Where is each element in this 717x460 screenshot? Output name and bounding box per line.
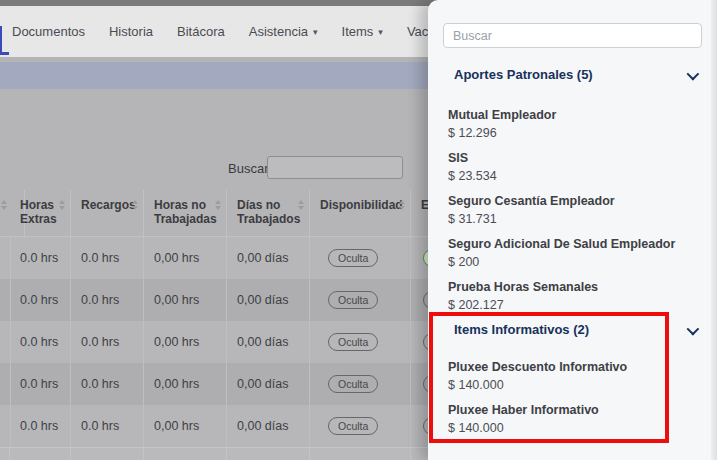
list-item[interactable]: Prueba Horas Semanales $ 202.127 [443, 278, 702, 314]
item-value: $ 140.000 [448, 419, 702, 437]
item-value: $ 140.000 [448, 376, 702, 394]
cell-horas-extras: 0.0 hrs [10, 321, 71, 363]
items-informativos-list: Pluxee Descuento Informativo $ 140.000 P… [443, 358, 702, 437]
cell-horas-extras: 0.0 hrs [10, 279, 71, 321]
list-item[interactable]: SIS $ 23.534 [443, 149, 702, 185]
panel-scrollbar-track[interactable] [711, 0, 717, 460]
section-header-aportes-patronales[interactable]: Aportes Patronales (5) [443, 66, 702, 84]
cell-horas-no-trabajadas: 0,00 hrs [144, 405, 227, 447]
column-header-dias-no-trabajados[interactable]: Días no Trabajados [227, 190, 310, 236]
cell-disponibilidad: Oculta [310, 279, 411, 321]
cell-disponibilidad: Oculta [310, 363, 411, 405]
sort-icon[interactable] [297, 200, 305, 210]
cell-horas-extras: 0.0 hrs [10, 237, 71, 279]
cell-dias-no-trabajados: 0,00 días [227, 237, 310, 279]
dropdown-caret-icon: ▾ [378, 27, 383, 37]
sort-icon[interactable] [58, 200, 66, 210]
item-value: $ 200 [448, 253, 702, 271]
item-value: $ 31.731 [448, 210, 702, 228]
cell-recargos: 0.0 hrs [71, 279, 144, 321]
disponibilidad-badge: Oculta [328, 417, 378, 435]
cell-horas-extras: 0.0 hrs [10, 363, 71, 405]
cell-recargos: 0.0 hrs [71, 321, 144, 363]
sort-icon[interactable] [214, 200, 222, 210]
list-item[interactable]: Seguro Adicional De Salud Empleador $ 20… [443, 235, 702, 271]
app-window: Documentos Historia Bitácora Asistencia▾… [0, 0, 717, 460]
active-tab-indicator [0, 26, 2, 54]
table-search-input[interactable] [267, 156, 403, 179]
item-name: Pluxee Descuento Informativo [448, 358, 702, 376]
item-value: $ 12.296 [448, 124, 702, 142]
list-item[interactable]: Pluxee Haber Informativo $ 140.000 [443, 401, 702, 437]
cell-recargos: 0.0 hrs [71, 363, 144, 405]
item-name: Prueba Horas Semanales [448, 278, 702, 296]
cell-recargos: 0.0 hrs [71, 237, 144, 279]
column-header-horas-no-trabajadas[interactable]: Horas no Trabajadas [144, 190, 227, 236]
section-header-items-informativos[interactable]: Items Informativos (2) [443, 321, 702, 339]
disponibilidad-badge: Oculta [328, 249, 378, 267]
item-name: SIS [448, 149, 702, 167]
active-tab-underline [0, 52, 9, 55]
table-search-label: Buscar: [228, 161, 272, 176]
items-side-panel: Aportes Patronales (5) Mutual Empleador … [428, 0, 717, 460]
cell-horas-no-trabajadas: 0,00 hrs [144, 363, 227, 405]
column-header-horas-extras[interactable]: Horas Extras [10, 190, 71, 236]
cell-horas-no-trabajadas: 0,00 hrs [144, 237, 227, 279]
list-item[interactable]: Mutual Empleador $ 12.296 [443, 106, 702, 142]
disponibilidad-badge: Oculta [328, 291, 378, 309]
cell-dias-no-trabajados: 0,00 días [227, 405, 310, 447]
chevron-down-icon[interactable] [687, 67, 700, 80]
chevron-down-icon[interactable] [687, 322, 700, 335]
sort-icon[interactable] [131, 200, 139, 210]
tab-historia[interactable]: Historia [109, 24, 153, 39]
item-value: $ 202.127 [448, 296, 702, 314]
tab-bitacora[interactable]: Bitácora [177, 24, 225, 39]
panel-search-input[interactable] [443, 23, 702, 48]
cell-recargos: 0.0 hrs [71, 405, 144, 447]
column-header-recargos[interactable]: Recargos [71, 190, 144, 236]
tab-asistencia[interactable]: Asistencia▾ [249, 24, 318, 39]
cell-disponibilidad: Oculta [310, 237, 411, 279]
cell-dias-no-trabajados: 0,00 días [227, 279, 310, 321]
cell-horas-no-trabajadas: 0,00 hrs [144, 279, 227, 321]
cell-horas-no-trabajadas: 0,00 hrs [144, 321, 227, 363]
sort-icon[interactable] [0, 200, 8, 210]
cell-horas-extras: 0.0 hrs [10, 405, 71, 447]
section-title: Aportes Patronales (5) [454, 66, 593, 84]
item-name: Seguro Adicional De Salud Empleador [448, 235, 702, 253]
disponibilidad-badge: Oculta [328, 333, 378, 351]
list-item[interactable]: Seguro Cesantía Empleador $ 31.731 [443, 192, 702, 228]
tab-documentos[interactable]: Documentos [12, 24, 85, 39]
dropdown-caret-icon: ▾ [313, 27, 318, 37]
cell-disponibilidad: Oculta [310, 321, 411, 363]
column-header-disponibilidad[interactable]: Disponibilidad [310, 190, 411, 236]
section-title: Items Informativos (2) [454, 321, 589, 339]
aportes-patronales-list: Mutual Empleador $ 12.296 SIS $ 23.534 S… [443, 106, 702, 314]
item-name: Mutual Empleador [448, 106, 702, 124]
item-name: Pluxee Haber Informativo [448, 401, 702, 419]
cell-dias-no-trabajados: 0,00 días [227, 363, 310, 405]
item-value: $ 23.534 [448, 167, 702, 185]
disponibilidad-badge: Oculta [328, 375, 378, 393]
cell-disponibilidad: Oculta [310, 405, 411, 447]
item-name: Seguro Cesantía Empleador [448, 192, 702, 210]
cell-dias-no-trabajados: 0,00 días [227, 321, 310, 363]
list-item[interactable]: Pluxee Descuento Informativo $ 140.000 [443, 358, 702, 394]
tab-items[interactable]: Items▾ [342, 24, 383, 39]
sort-icon[interactable] [398, 200, 406, 210]
